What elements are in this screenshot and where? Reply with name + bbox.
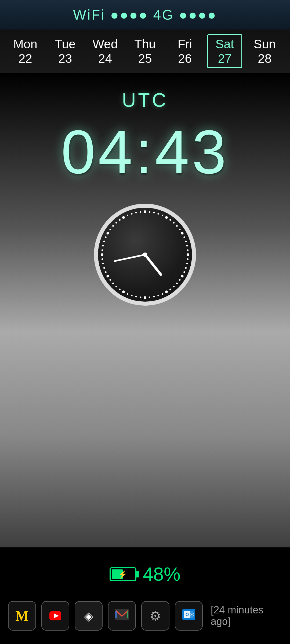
svg-point-8	[176, 225, 178, 227]
day-num-thu: 25	[138, 51, 152, 66]
svg-point-39	[110, 279, 111, 281]
clock-outer	[94, 204, 196, 306]
day-name-tue: Tue	[55, 37, 76, 51]
svg-point-37	[115, 286, 117, 287]
day-num-wed: 24	[98, 51, 112, 66]
clock-face	[98, 208, 192, 302]
svg-point-45	[101, 253, 103, 256]
dock-youtube[interactable]	[41, 601, 69, 631]
day-name-thu: Thu	[134, 37, 155, 51]
svg-point-42	[103, 267, 105, 269]
battery-icon: ⚡	[110, 567, 136, 581]
battery-row: ⚡ 48%	[110, 564, 180, 585]
dock-mcdonalds[interactable]: M	[8, 601, 36, 631]
svg-text:O: O	[185, 612, 189, 617]
svg-point-7	[173, 222, 175, 224]
svg-point-25	[165, 291, 168, 293]
svg-point-3	[157, 213, 159, 215]
svg-point-22	[176, 283, 178, 284]
day-fri[interactable]: Fri 26	[168, 37, 202, 66]
svg-point-56	[127, 215, 128, 216]
day-mon[interactable]: Mon 22	[8, 37, 43, 66]
svg-point-58	[135, 212, 137, 213]
svg-point-43	[102, 263, 104, 264]
svg-point-55	[122, 216, 125, 219]
status-bar: WiFi ●●●● 4G ●●●●	[0, 0, 290, 30]
dock-kite[interactable]: ◈	[75, 601, 103, 631]
svg-point-49	[105, 236, 107, 238]
svg-point-29	[149, 297, 150, 298]
svg-point-57	[131, 213, 133, 215]
dock-outlook[interactable]: O	[175, 601, 203, 631]
svg-point-48	[103, 241, 105, 242]
svg-point-51	[110, 229, 111, 230]
day-num-sun: 28	[258, 51, 271, 66]
svg-point-15	[187, 253, 189, 256]
clock-area: UTC 04:43	[0, 73, 290, 591]
dock-settings[interactable]: ⚙	[141, 601, 169, 631]
svg-point-21	[179, 279, 180, 281]
day-wed[interactable]: Wed 24	[88, 37, 122, 66]
svg-point-31	[140, 297, 141, 298]
svg-point-20	[181, 275, 184, 277]
day-sat[interactable]: Sat 27	[207, 34, 242, 68]
svg-point-35	[122, 291, 125, 293]
svg-point-6	[169, 219, 171, 221]
svg-point-44	[102, 258, 103, 260]
day-thu[interactable]: Thu 25	[128, 37, 162, 66]
svg-point-5	[165, 216, 168, 219]
day-name-sun: Sun	[254, 37, 276, 51]
svg-point-32	[135, 296, 137, 298]
day-tue[interactable]: Tue 23	[48, 37, 83, 66]
digital-time: 04:43	[61, 116, 229, 188]
svg-point-40	[106, 275, 109, 277]
svg-rect-62	[115, 609, 129, 620]
svg-point-54	[119, 219, 121, 221]
day-num-mon: 22	[19, 51, 32, 66]
svg-point-30	[144, 296, 146, 299]
svg-point-24	[169, 288, 171, 290]
svg-point-2	[153, 212, 155, 213]
svg-point-38	[112, 283, 114, 284]
svg-point-46	[102, 249, 103, 251]
svg-point-26	[162, 293, 163, 295]
day-name-fri: Fri	[178, 37, 192, 51]
battery-lightning-icon: ⚡	[118, 570, 128, 579]
day-num-fri: 26	[178, 51, 192, 66]
svg-point-18	[185, 267, 187, 269]
svg-point-11	[183, 236, 185, 238]
svg-point-34	[127, 293, 128, 295]
svg-point-27	[157, 295, 159, 296]
day-num-sat: 27	[218, 51, 232, 66]
svg-point-0	[144, 210, 146, 213]
kite-icon: ◈	[84, 609, 93, 623]
notification-text: [24 minutes ago]	[211, 604, 282, 627]
day-sun[interactable]: Sun 28	[247, 37, 282, 66]
svg-point-53	[115, 222, 117, 224]
status-bar-text: WiFi ●●●● 4G ●●●●	[73, 7, 217, 23]
dock-gmail[interactable]	[108, 601, 136, 631]
battery-percentage: 48%	[143, 564, 180, 585]
svg-point-23	[173, 286, 175, 287]
svg-point-10	[181, 232, 184, 235]
day-name-sat: Sat	[216, 37, 234, 51]
svg-point-9	[179, 229, 180, 230]
svg-point-4	[162, 215, 163, 216]
svg-point-50	[106, 232, 109, 235]
svg-point-1	[149, 211, 150, 213]
calendar-row: Mon 22 Tue 23 Wed 24 Thu 25 Fri 26 Sat 2…	[0, 30, 290, 73]
svg-point-28	[153, 296, 155, 298]
day-name-mon: Mon	[13, 37, 37, 51]
day-name-wed: Wed	[93, 37, 118, 51]
svg-point-36	[119, 288, 121, 290]
svg-point-16	[187, 258, 189, 260]
svg-point-17	[186, 263, 188, 264]
outlook-icon: O	[182, 609, 195, 623]
timezone-label: UTC	[122, 89, 168, 111]
svg-point-12	[185, 241, 187, 242]
day-num-tue: 23	[58, 51, 72, 66]
bottom-bar: ⚡ 48% M ◈	[0, 547, 290, 644]
youtube-icon	[49, 611, 61, 620]
svg-point-47	[102, 245, 104, 247]
gmail-icon	[115, 609, 129, 623]
